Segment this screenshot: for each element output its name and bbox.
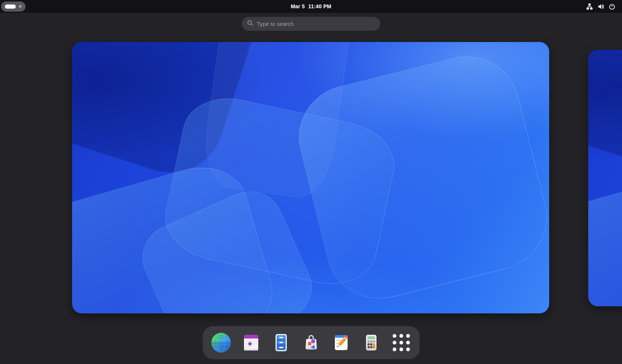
dock-app-text-editor[interactable] — [331, 332, 352, 353]
wallpaper-shape — [588, 157, 622, 306]
dock-app-calculator[interactable] — [361, 332, 382, 353]
dock-app-web[interactable] — [211, 332, 232, 353]
dash-dock — [203, 326, 420, 359]
clock[interactable]: Mar 5 11:40 PM — [291, 0, 331, 13]
dock-app-grid-button[interactable] — [391, 332, 412, 353]
wallpaper — [588, 50, 622, 306]
web-globe-icon — [211, 332, 232, 353]
workspace-pill-active[interactable] — [5, 4, 16, 9]
files-cabinet-icon — [271, 332, 292, 353]
wallpaper — [72, 42, 549, 313]
volume-high-icon[interactable] — [598, 3, 604, 10]
system-status-area[interactable] — [584, 0, 617, 13]
power-icon[interactable] — [609, 3, 615, 10]
app-grid-icon — [391, 332, 412, 353]
workspace-preview-active[interactable] — [72, 42, 549, 313]
search-input[interactable] — [257, 21, 375, 27]
network-wired-icon[interactable] — [586, 3, 593, 10]
workspace-dot-inactive[interactable] — [19, 5, 22, 8]
search-bar[interactable] — [242, 17, 380, 31]
workspace-preview-next[interactable] — [588, 50, 622, 306]
dock-app-calendar[interactable] — [241, 332, 262, 353]
clock-date: Mar 5 — [291, 3, 305, 9]
software-bag-icon — [301, 332, 322, 353]
top-bar: Mar 5 11:40 PM — [0, 0, 622, 13]
calendar-icon — [241, 332, 262, 353]
calculator-icon — [361, 332, 382, 353]
text-editor-icon — [331, 332, 352, 353]
dock-app-software[interactable] — [301, 332, 322, 353]
wallpaper-shape — [588, 50, 622, 187]
workspace-indicator[interactable] — [1, 1, 26, 12]
dock-app-files[interactable] — [271, 332, 292, 353]
search-icon — [247, 20, 253, 28]
clock-time: 11:40 PM — [308, 3, 331, 9]
